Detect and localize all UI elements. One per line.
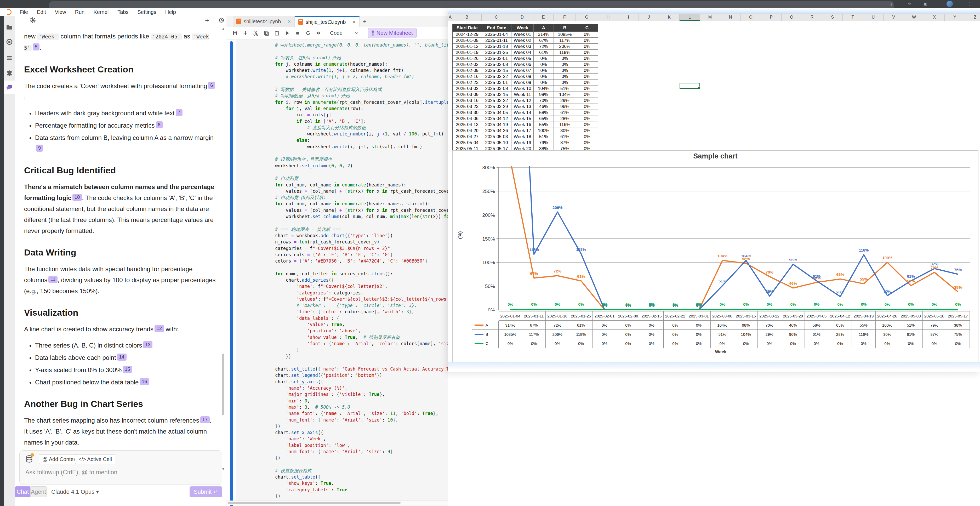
code-line[interactable]: chart.set_table({ [275,474,448,480]
code-line[interactable]: 'values': f"=Cover!${col_letter}$3:${col… [275,296,448,302]
sheet-cell[interactable]: 55% [534,122,554,128]
sheet-cell[interactable]: 0% [576,68,598,74]
sheet-cell[interactable]: 2025-04-06 [453,116,482,122]
sheet-cell[interactable]: 118% [554,50,576,56]
sheet-cell[interactable]: Week 07 [511,68,534,74]
sheet-cell[interactable]: 1085% [554,32,576,38]
code-line[interactable] [275,48,448,54]
gear-icon[interactable] [29,17,36,24]
sheet-cell[interactable]: 0% [576,80,598,86]
sheet-cell[interactable]: 70% [534,98,554,104]
code-line[interactable] [275,80,448,86]
sheet-cell[interactable]: 2025-05-03 [482,134,511,140]
sheet-cell[interactable]: 104% [534,86,554,92]
code-line[interactable]: # 设置A列为空，且宽度很小 [275,156,448,162]
sheet-cell[interactable]: 0% [576,122,598,128]
add-context-button[interactable]: @ Add Context [39,454,81,464]
cell-type-dropdown[interactable]: Code [330,30,358,36]
column-header-S[interactable]: S [822,14,843,21]
tab-shijie_test3.ipynb[interactable]: shijie_test3.ipynb× [295,16,360,27]
sheet-cell[interactable]: 116% [554,122,576,128]
sheet-cell[interactable]: 0% [534,68,554,74]
sheet-cell[interactable]: 2025-02-23 [453,80,482,86]
code-line[interactable]: # 自动列宽（B列及以后） [275,194,448,200]
code-line[interactable]: # 写表头，在B列（col=1）开始 [275,55,448,61]
column-header-B[interactable]: B [452,14,482,21]
column-header-N[interactable]: N [721,14,741,21]
stop-kernel-button[interactable] [292,28,303,38]
code-line[interactable]: # worksheet.write(1, j + 2, colname, hea… [275,73,448,80]
code-line[interactable]: if col in ['A', 'B', 'C']: [275,118,448,124]
code-line[interactable]: chart = workbook.add_chart({'type': 'lin… [275,232,448,239]
add-cell-button[interactable] [240,28,250,38]
sheet-cell[interactable]: 2025-01-12 [453,44,482,50]
sheet-cell[interactable]: Week 16 [511,122,534,128]
code-line[interactable]: else: [275,137,448,143]
sheet-cell[interactable]: 28% [554,116,576,122]
column-header-E[interactable]: E [533,14,554,21]
code-line[interactable]: worksheet.set_column(col_num, col_num, m… [275,213,448,220]
code-line[interactable] [275,169,448,175]
sheet-cell[interactable]: Week 17 [511,128,534,134]
notebook-horizontal-scrollbar[interactable] [226,501,448,505]
citation-badge[interactable]: 6 [208,82,215,89]
sheet-cell[interactable]: Week 13 [511,104,534,110]
column-header-K[interactable]: K [659,14,679,21]
code-line[interactable]: for col_num, col_name in enumerate(heade… [275,182,448,188]
sheet-cell[interactable]: 2025-02-01 [482,56,511,62]
code-line[interactable]: chart.set_title({'name': 'Cash Forecast … [275,366,448,372]
sheet-cell[interactable]: 2025-04-13 [453,122,482,128]
sheet-cell[interactable]: Week 04 [511,50,534,56]
column-header-T[interactable]: T [843,14,863,21]
sheet-cell[interactable]: 0% [554,68,576,74]
sheet-cell[interactable]: 2025-03-08 [482,86,511,92]
sheet-cell[interactable]: 2025-01-04 [482,32,511,38]
menu-item-view[interactable]: View [51,9,71,15]
sheet-cell[interactable]: 2025-04-12 [482,116,511,122]
column-header-Y[interactable]: Y [945,14,965,21]
code-line[interactable]: chart.set_legend({'position': 'bottom'}) [275,372,448,379]
sheet-cell[interactable]: 96% [554,104,576,110]
sheet-cell[interactable]: Week 06 [511,62,534,68]
code-line[interactable]: 'category_labels': True [275,487,448,493]
avatar[interactable] [947,1,953,7]
code-line[interactable]: 'categories': categories, [275,290,448,296]
menu-item-file[interactable]: File [15,9,32,15]
sheet-cell[interactable]: 2025-01-05 [453,38,482,44]
citation-badge[interactable]: 9 [36,145,43,152]
sheet-cell[interactable]: 87% [554,140,576,146]
citation-badge[interactable]: 16 [140,378,149,385]
sidebar-item-running-kernels[interactable] [4,35,15,49]
sidebar-item-file-browser[interactable] [4,21,15,34]
sheet-cell[interactable]: 100% [534,128,554,134]
code-line[interactable]: col = cols[j] [275,111,448,118]
column-header-Q[interactable]: Q [781,14,802,21]
active-cell-indicator[interactable] [230,41,233,506]
code-line[interactable]: }) [275,493,448,499]
sheet-cell[interactable]: Week 05 [511,56,534,62]
sheet-cell[interactable]: 2025-02-08 [482,62,511,68]
sheet-cell[interactable]: 0% [534,80,554,86]
code-line[interactable]: 'major_gridlines': {'visible': True}, [275,391,448,398]
sheet-cell[interactable]: 51% [554,86,576,92]
sheet-cell[interactable]: 0% [576,44,598,50]
sheet-cell[interactable]: 0% [576,74,598,80]
column-header-J[interactable]: J [639,14,659,21]
sheet-cell[interactable]: 0% [554,62,576,68]
code-line[interactable]: chart.add_series({ [275,277,448,283]
sheet-cell[interactable]: 2025-03-22 [482,98,511,104]
sheet-cell[interactable]: 0% [576,38,598,44]
paste-cell-button[interactable] [271,28,282,38]
code-line[interactable]: 'data_labels': { [275,315,448,321]
code-line[interactable]: # 'marker': {'type': 'circle', 'size': 3… [275,302,448,309]
code-line[interactable]: # 设置数据表格式 [275,468,448,474]
kebab-menu-icon[interactable]: ⋮ [967,2,972,6]
sheet-cell[interactable]: 2025-04-26 [482,128,511,134]
bookmark-icon[interactable]: ☆ [907,2,912,6]
column-header-O[interactable]: O [741,14,761,21]
sheet-cell[interactable]: 2025-03-02 [453,86,482,92]
code-line[interactable]: chart.set_y_axis({ [275,379,448,385]
code-line[interactable]: 'num_font': {'name': 'Arial', 'size': 9} [275,449,448,455]
new-mitosheet-button[interactable]: New Mitosheet [368,28,417,38]
sheet-cell[interactable]: 2025-01-18 [482,44,511,50]
